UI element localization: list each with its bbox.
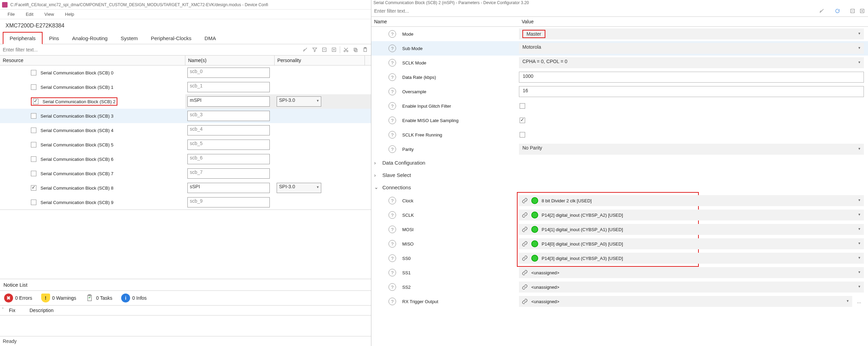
chip-tasks[interactable]: 0 Tasks	[85, 294, 112, 302]
help-icon[interactable]: ?	[389, 102, 396, 110]
tab-peripherals[interactable]: Peripherals	[3, 32, 43, 44]
menu-view[interactable]: View	[39, 10, 59, 18]
help-icon[interactable]: ?	[389, 30, 396, 38]
help-icon[interactable]: ?	[389, 240, 396, 248]
connection-select[interactable]: <unassigned>	[519, 282, 864, 293]
expand-all-icon[interactable]	[330, 46, 338, 53]
clear-filter-icon[interactable]	[301, 46, 309, 53]
help-icon[interactable]: ?	[389, 226, 396, 233]
connection-select[interactable]: <unassigned>	[519, 267, 864, 278]
connection-select[interactable]: P14[0] digital_inout (CYBSP_A0) [USED]	[519, 238, 864, 249]
tab-system[interactable]: System	[114, 32, 144, 44]
right-filter-input[interactable]	[373, 7, 816, 15]
param-checkbox[interactable]	[520, 118, 525, 123]
resource-name-input[interactable]: scb_1	[187, 82, 270, 92]
param-select[interactable]: No Parity	[519, 144, 864, 155]
refresh-icon[interactable]	[834, 7, 841, 15]
resource-name-input[interactable]: mSPI	[187, 96, 270, 107]
help-icon[interactable]: ?	[389, 88, 396, 95]
resource-row[interactable]: Serial Communication Block (SCB) 8sSPISP…	[0, 181, 371, 195]
col-description[interactable]: Description	[26, 306, 57, 315]
param-select[interactable]: Motorola	[519, 43, 864, 54]
personality-select[interactable]: SPI-3.0	[277, 183, 321, 193]
personality-select[interactable]: SPI-3.0	[277, 96, 321, 107]
param-select[interactable]: CPHA = 0, CPOL = 0	[519, 57, 864, 68]
col-resource[interactable]: Resource	[0, 56, 185, 65]
chip-warnings[interactable]: ! 0 Warnings	[41, 294, 76, 302]
resource-row[interactable]: Serial Communication Block (SCB) 2mSPISP…	[0, 94, 371, 109]
help-icon[interactable]: ?	[389, 254, 396, 262]
chip-errors[interactable]: ✖ 0 Errors	[4, 294, 32, 302]
collapse-all-icon[interactable]	[849, 7, 856, 15]
resource-checkbox[interactable]	[31, 70, 36, 75]
help-icon[interactable]: ?	[389, 59, 396, 67]
resource-name-input[interactable]: scb_6	[187, 154, 270, 164]
resource-checkbox[interactable]	[31, 142, 36, 147]
col-param-value[interactable]: Value	[519, 17, 868, 26]
help-icon[interactable]: ?	[389, 145, 396, 153]
col-param-name[interactable]: Name	[371, 17, 519, 26]
resource-checkbox[interactable]	[33, 99, 38, 104]
cut-icon[interactable]	[342, 46, 350, 53]
param-text-input[interactable]: 16	[519, 86, 864, 97]
resource-name-input[interactable]: scb_3	[187, 111, 270, 121]
col-fix[interactable]: Fix	[5, 306, 26, 315]
resource-row[interactable]: Serial Communication Block (SCB) 6scb_6	[0, 152, 371, 166]
menu-edit[interactable]: Edit	[20, 10, 39, 18]
help-icon[interactable]: ?	[389, 197, 396, 204]
param-checkbox[interactable]	[520, 132, 525, 138]
connection-select[interactable]: P14[2] digital_inout (CYBSP_A2) [USED]	[519, 210, 864, 220]
section-header[interactable]: ⌄Connections	[371, 181, 868, 193]
section-header[interactable]: ›Slave Select	[371, 169, 868, 181]
filter-icon[interactable]	[311, 46, 319, 53]
tab-analog-routing[interactable]: Analog-Routing	[66, 32, 114, 44]
resource-checkbox[interactable]	[31, 200, 36, 205]
copy-icon[interactable]	[352, 46, 359, 53]
tab-pins[interactable]: Pins	[43, 32, 66, 44]
resource-row[interactable]: Serial Communication Block (SCB) 3scb_3	[0, 109, 371, 123]
resource-name-input[interactable]: scb_4	[187, 125, 270, 135]
resource-row[interactable]: Serial Communication Block (SCB) 0scb_0	[0, 65, 371, 80]
resource-name-input[interactable]: scb_5	[187, 140, 270, 150]
clear-filter-icon[interactable]	[818, 7, 825, 15]
resource-checkbox[interactable]	[31, 185, 36, 191]
menu-file[interactable]: File	[2, 10, 20, 18]
connection-select[interactable]: 8 bit Divider 2 clk [USED]	[519, 195, 864, 206]
connection-select[interactable]: P14[3] digital_inout (CYBSP_A3) [USED]	[519, 253, 864, 264]
help-icon[interactable]: ?	[389, 73, 396, 81]
resource-name-input[interactable]: scb_7	[187, 168, 270, 179]
help-icon[interactable]: ?	[389, 117, 396, 124]
param-select[interactable]: Master	[519, 28, 864, 39]
collapse-all-icon[interactable]	[321, 46, 328, 53]
help-icon[interactable]: ?	[389, 131, 396, 139]
left-filter-input[interactable]	[2, 46, 299, 54]
help-icon[interactable]: ?	[389, 211, 396, 219]
resource-row[interactable]: Serial Communication Block (SCB) 7scb_7	[0, 166, 371, 181]
param-text-input[interactable]: 1000	[519, 72, 864, 83]
tab-peripheral-clocks[interactable]: Peripheral-Clocks	[144, 32, 198, 44]
resource-name-input[interactable]: scb_9	[187, 197, 270, 207]
resource-checkbox[interactable]	[31, 128, 36, 133]
col-personality[interactable]: Personality	[275, 56, 365, 65]
param-checkbox[interactable]	[520, 103, 525, 109]
expand-all-icon[interactable]	[858, 7, 866, 15]
connection-select[interactable]: <unassigned>	[519, 296, 852, 307]
resource-row[interactable]: Serial Communication Block (SCB) 5scb_5	[0, 138, 371, 152]
help-icon[interactable]: ?	[389, 45, 396, 52]
col-names[interactable]: Name(s)	[185, 56, 275, 65]
resource-row[interactable]: Serial Communication Block (SCB) 1scb_1	[0, 80, 371, 94]
resource-row[interactable]: Serial Communication Block (SCB) 4scb_4	[0, 123, 371, 138]
help-icon[interactable]: ?	[389, 283, 396, 291]
resource-name-input[interactable]: sSPI	[187, 183, 270, 193]
ellipsis-button[interactable]: …	[854, 297, 864, 306]
section-header[interactable]: ›Data Configuration	[371, 156, 868, 169]
resource-checkbox[interactable]	[31, 156, 36, 162]
resource-checkbox[interactable]	[31, 84, 36, 90]
help-icon[interactable]: ?	[389, 298, 396, 305]
resource-row[interactable]: Serial Communication Block (SCB) 9scb_9	[0, 195, 371, 210]
paste-icon[interactable]	[361, 46, 369, 53]
resource-name-input[interactable]: scb_0	[187, 68, 270, 78]
tab-dma[interactable]: DMA	[198, 32, 222, 44]
resource-checkbox[interactable]	[31, 113, 36, 119]
resource-checkbox[interactable]	[31, 171, 36, 176]
